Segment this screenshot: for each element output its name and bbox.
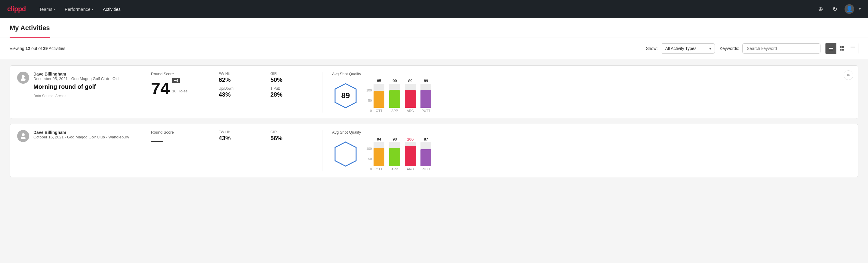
score-dash — [151, 141, 163, 142]
nav-teams[interactable]: Teams ▾ — [35, 4, 59, 14]
edit-button[interactable]: ✏ — [844, 70, 853, 80]
gir-stat-2: GIR 56% — [270, 130, 312, 142]
bar-app: 90 APP — [389, 79, 400, 113]
show-filter-group: Show: All Activity Types — [646, 43, 715, 54]
y-axis-2: 100 50 0 — [366, 147, 372, 171]
one-putt-stat: 1 Putt 28% — [270, 86, 312, 98]
bar-putt-2: 87 PUTT — [421, 137, 431, 171]
arg-bar-fill-2 — [405, 146, 416, 166]
bar-chart-wrapper: 100 50 0 85 OTT — [366, 79, 851, 113]
app-label-2: APP — [391, 167, 398, 171]
card-avatar — [17, 71, 29, 84]
svg-rect-5 — [840, 49, 841, 51]
card-left-2: Dave Billingham October 16, 2021 - Gog M… — [17, 130, 131, 171]
view-list-button[interactable] — [826, 43, 836, 54]
viewing-count: 12 — [26, 46, 30, 51]
avatar[interactable]: 👤 — [844, 4, 854, 14]
fw-hit-value-2: 43% — [219, 135, 261, 142]
filter-bar: Viewing 12 out of 29 Activities Show: Al… — [0, 38, 868, 59]
gir-stat: GIR 50% — [270, 71, 312, 83]
putt-bar-bg-2 — [421, 142, 431, 166]
hexagon: 89 — [332, 82, 359, 109]
view-grid-button[interactable] — [836, 43, 847, 54]
ott-label: OTT — [376, 109, 382, 113]
fw-hit-value: 62% — [219, 77, 261, 83]
nav-performance[interactable]: Performance ▾ — [61, 4, 97, 14]
activity-card-2: Dave Billingham October 16, 2021 - Gog M… — [10, 124, 858, 177]
view-toggles — [825, 43, 858, 54]
svg-rect-4 — [842, 46, 844, 48]
y-label-0: 0 — [370, 109, 372, 113]
ott-bar-fill — [374, 91, 384, 108]
navbar-left: clippd Teams ▾ Performance ▾ Activities — [7, 4, 124, 14]
card-divider-4 — [141, 130, 142, 171]
add-icon[interactable]: ⊕ — [816, 4, 825, 14]
arg-bar-line — [405, 90, 416, 91]
gir-label-2: GIR — [270, 130, 312, 134]
viewing-prefix: Viewing — [10, 46, 26, 51]
app-value: 90 — [393, 79, 397, 83]
app-value-2: 93 — [393, 137, 397, 141]
ott-value-2: 94 — [377, 137, 381, 141]
svg-rect-1 — [829, 48, 833, 49]
app-bar-line — [389, 90, 400, 90]
view-compact-button[interactable] — [847, 43, 858, 54]
svg-rect-2 — [829, 50, 833, 50]
avg-shot-label-2: Avg Shot Quality — [332, 130, 851, 135]
app-bar-fill-2 — [389, 148, 400, 166]
keyword-input[interactable] — [742, 43, 820, 54]
putt-bar-line — [421, 90, 431, 91]
round-score-section-2: Round Score — [151, 130, 199, 171]
person-icon-2 — [20, 133, 27, 139]
y-label-50: 50 — [368, 99, 372, 102]
putt-label: PUTT — [422, 109, 430, 113]
ott-bar-fill-2 — [374, 148, 384, 166]
gir-value: 50% — [270, 77, 312, 83]
svg-rect-10 — [850, 50, 855, 51]
arg-bar-bg-2 — [405, 142, 416, 166]
viewing-middle: out of — [30, 46, 43, 51]
stats-section: FW Hit 62% Up/Down 43% — [219, 71, 261, 113]
card-date-2: October 16, 2021 - Gog Magog Golf Club -… — [33, 135, 131, 139]
navbar: clippd Teams ▾ Performance ▾ Activities … — [0, 0, 868, 18]
show-label: Show: — [646, 46, 658, 51]
viewing-total: 29 — [43, 46, 48, 51]
avg-shot-label: Avg Shot Quality — [332, 71, 851, 76]
ott-bar-line — [374, 91, 384, 91]
score-badge: +4 — [172, 78, 180, 83]
card-name-2: Dave Billingham — [33, 130, 131, 135]
nav-activities[interactable]: Activities — [99, 4, 124, 14]
arg-value: 89 — [408, 79, 412, 83]
activity-type-select[interactable]: All Activity Types — [661, 43, 715, 54]
score-value: 74 — [151, 80, 169, 97]
ott-bar-bg-2 — [374, 142, 384, 166]
bar-ott: 85 OTT — [374, 79, 384, 113]
page-header: My Activities — [0, 18, 868, 38]
app-bar-bg — [389, 84, 400, 108]
bar-putt: 89 PUTT — [421, 79, 431, 113]
keyword-filter-group: Keywords: — [720, 43, 820, 54]
list-icon — [829, 46, 833, 51]
round-score-label: Round Score — [151, 71, 199, 76]
viewing-suffix: Activities — [48, 46, 65, 51]
svg-rect-9 — [850, 49, 855, 49]
card-name: Dave Billingham — [33, 71, 131, 77]
svg-rect-8 — [850, 48, 855, 49]
svg-rect-0 — [829, 47, 833, 47]
refresh-icon[interactable]: ↻ — [830, 4, 840, 14]
svg-rect-6 — [842, 49, 844, 51]
nav-items: Teams ▾ Performance ▾ Activities — [35, 4, 124, 14]
gir-label: GIR — [270, 71, 312, 76]
card-divider-3 — [322, 71, 322, 113]
performance-label: Performance — [65, 7, 91, 12]
compact-icon — [850, 46, 855, 51]
keywords-label: Keywords: — [720, 46, 739, 51]
bar-arg-2: 106 ARG — [405, 137, 416, 171]
bar-app-2: 93 APP — [389, 137, 400, 171]
putt-value: 89 — [424, 79, 428, 83]
arg-label: ARG — [407, 109, 414, 113]
card-divider-6 — [322, 130, 322, 171]
avg-section-2: 100 50 0 94 OTT — [332, 137, 851, 171]
putt-bar-bg — [421, 84, 431, 108]
avatar-chevron[interactable]: ▾ — [859, 7, 861, 11]
